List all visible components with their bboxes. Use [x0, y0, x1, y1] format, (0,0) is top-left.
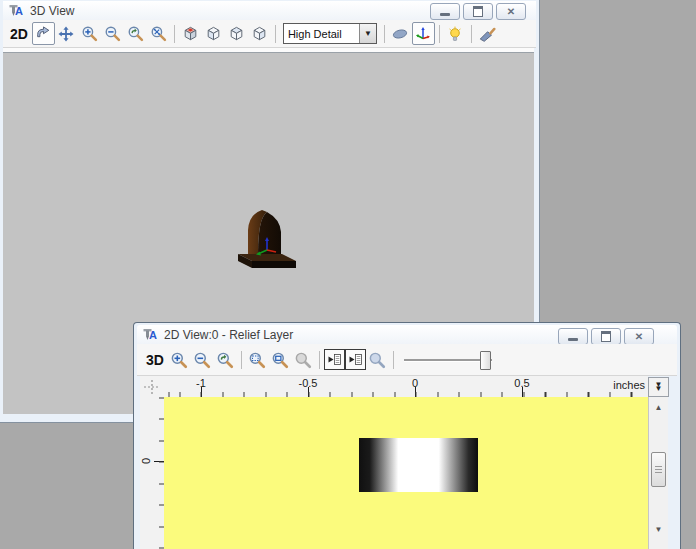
minimize-button[interactable]: [430, 3, 460, 20]
view-cube-y-icon: [228, 25, 245, 42]
zoom-previous-button[interactable]: [124, 22, 147, 45]
relief-model[interactable]: [236, 204, 300, 272]
arrow-down-icon[interactable]: ▼: [649, 525, 668, 534]
toolbar-separator: [439, 25, 440, 43]
slider-track[interactable]: [404, 359, 492, 362]
page-arrow-right-icon: [348, 352, 363, 367]
zoom-extents-icon: [150, 25, 167, 42]
shade-brush-icon: [478, 25, 496, 43]
titlebar-2d[interactable]: A 2D View:0 - Relief Layer ✕: [137, 325, 677, 344]
major-tick: [308, 387, 309, 397]
toolbar-separator: [393, 351, 394, 369]
restore-icon: [473, 6, 483, 17]
greyscale-contrast-slider[interactable]: [404, 350, 492, 370]
view-down-x-button[interactable]: [202, 22, 225, 45]
zoom-selected-button[interactable]: [292, 348, 315, 371]
crosshair-origin-icon: [144, 380, 160, 394]
zoom-previous-button[interactable]: [214, 348, 237, 371]
toolbar-separator: [241, 351, 242, 369]
app-icon: A: [8, 3, 23, 18]
arrow-up-icon[interactable]: ▲: [649, 403, 668, 412]
page-right-toggle-button[interactable]: [345, 349, 366, 370]
close-button[interactable]: ✕: [496, 3, 526, 20]
minimize-button[interactable]: [558, 328, 588, 345]
rotate-tool-button[interactable]: [32, 22, 55, 45]
window-title-2d: 2D View:0 - Relief Layer: [164, 328, 293, 342]
zoom-out-icon: [193, 351, 211, 369]
minimize-icon: [440, 13, 450, 16]
chevron-down-icon[interactable]: ▼: [359, 24, 376, 43]
view-down-y-button[interactable]: [225, 22, 248, 45]
horizontal-ruler: -1 -0.5 0 0.5 inches: [164, 376, 648, 398]
zoom-in-icon: [170, 351, 188, 369]
detail-level-select[interactable]: High Detail ▼: [283, 23, 377, 44]
close-button[interactable]: ✕: [624, 328, 654, 345]
scrollbar-thumb[interactable]: [651, 452, 666, 487]
ruler-units-label: inches: [613, 379, 645, 391]
rotate-icon: [35, 25, 52, 42]
switch-to-3d-button[interactable]: 3D: [146, 352, 164, 368]
switch-to-2d-button[interactable]: 2D: [10, 26, 28, 42]
zoom-selected-icon: [294, 351, 312, 369]
vertical-scrollbar[interactable]: ▲ ▼: [648, 397, 668, 549]
toolbar-separator: [384, 25, 385, 43]
shade-model-button[interactable]: [476, 22, 499, 45]
vertical-ruler: 0: [140, 397, 165, 549]
page-left-toggle-button[interactable]: [324, 349, 345, 370]
minimize-icon: [568, 338, 578, 341]
view-down-z-button[interactable]: [248, 22, 271, 45]
toolbar-separator: [319, 351, 320, 369]
detail-level-value: High Detail: [284, 28, 359, 40]
lightbulb-icon: [447, 26, 463, 42]
zoom-in-icon: [81, 25, 98, 42]
toolbar-3d: 2D: [3, 20, 536, 48]
window-2d-view: A 2D View:0 - Relief Layer ✕ 3D: [133, 322, 681, 549]
2d-canvas[interactable]: [164, 397, 648, 549]
restore-icon: [601, 331, 611, 342]
zoom-in-button[interactable]: [168, 348, 191, 371]
greyscale-preview-button[interactable]: [366, 348, 389, 371]
desktop: A 3D View ✕ 2D: [0, 0, 696, 549]
zoom-box-button[interactable]: [246, 348, 269, 371]
restore-button[interactable]: [463, 3, 493, 20]
zoom-previous-icon: [127, 25, 144, 42]
draw-plane-button[interactable]: [389, 22, 412, 45]
svg-text:A: A: [15, 5, 23, 17]
toggle-light-button[interactable]: [444, 22, 467, 45]
app-icon: A: [142, 327, 157, 342]
ruler-units-button[interactable]: ▼ ▼: [648, 377, 669, 397]
pan-tool-button[interactable]: [55, 22, 78, 45]
toolbar-separator: [174, 25, 175, 43]
pan-icon: [58, 26, 74, 42]
view-cube-x-icon: [205, 25, 222, 42]
zoom-out-icon: [104, 25, 121, 42]
page-arrow-left-icon: [327, 352, 342, 367]
zoom-box-icon: [248, 351, 266, 369]
origin-axes-button[interactable]: [412, 22, 435, 45]
close-icon: ✕: [507, 7, 515, 17]
major-tick: [154, 461, 164, 462]
toolbar-2d: 3D: [137, 344, 677, 376]
isometric-view-button[interactable]: [179, 22, 202, 45]
double-chevron-down-icon: ▼: [655, 387, 663, 391]
view-cube-z-icon: [251, 25, 268, 42]
relief-greyscale-rect[interactable]: [359, 438, 478, 492]
zoom-extents-button[interactable]: [147, 22, 170, 45]
ruler-label: 0: [140, 458, 152, 464]
zoom-out-button[interactable]: [191, 348, 214, 371]
isometric-view-icon: [182, 25, 199, 42]
greyscale-preview-icon: [368, 351, 386, 369]
close-icon: ✕: [635, 332, 643, 342]
toolbar-separator: [275, 25, 276, 43]
zoom-objects-icon: [271, 351, 289, 369]
draw-plane-icon: [391, 25, 409, 43]
restore-button[interactable]: [591, 328, 621, 345]
zoom-objects-button[interactable]: [269, 348, 292, 371]
major-tick: [522, 387, 523, 397]
slider-thumb[interactable]: [480, 351, 491, 370]
titlebar-3d[interactable]: A 3D View ✕: [3, 1, 536, 20]
zoom-out-button[interactable]: [101, 22, 124, 45]
ruler-origin-box[interactable]: [140, 376, 165, 398]
zoom-in-button[interactable]: [78, 22, 101, 45]
major-tick: [415, 387, 416, 397]
